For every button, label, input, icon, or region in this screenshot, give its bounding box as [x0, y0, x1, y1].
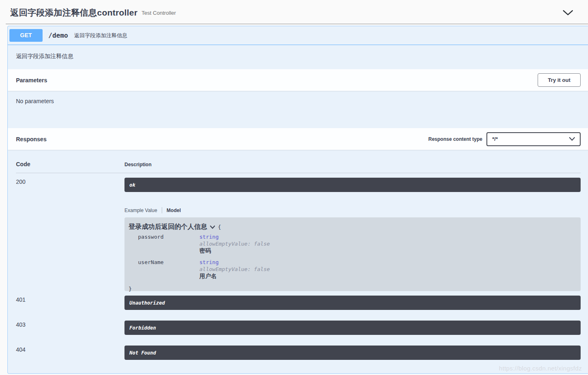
parameters-section-header: Parameters Try it out — [8, 69, 588, 91]
chevron-down-icon — [569, 137, 575, 141]
try-it-out-button[interactable]: Try it out — [538, 73, 581, 87]
property-description: 密码 — [199, 247, 270, 254]
tab-example-value[interactable]: Example Value — [124, 208, 157, 213]
response-row-404: 404 Not Found — [16, 346, 581, 360]
response-description-bar: Forbidden — [124, 321, 581, 335]
tab-model[interactable]: Model — [167, 208, 181, 213]
response-content-type: Response content type */* — [428, 132, 581, 146]
responses-section-header: Responses Response content type */* — [8, 128, 588, 150]
model-title: 登录成功后返回的个人信息 — [129, 223, 207, 231]
model-open-brace: { — [218, 224, 221, 230]
no-parameters-text: No parameters — [8, 91, 588, 128]
response-description: ok — [129, 182, 135, 188]
response-description-bar: ok — [124, 178, 581, 192]
opblock-get-demo: GET /demo 返回字段添加注释信息 返回字段添加注释信息 Paramete… — [7, 26, 588, 374]
tab-separator — [162, 207, 162, 213]
collapse-controller-chevron-icon[interactable] — [563, 10, 573, 16]
model-tabs: Example Value Model — [124, 207, 581, 213]
response-content-type-label: Response content type — [428, 136, 482, 142]
model-property-password: password string allowEmptyValue: false 密… — [138, 234, 577, 254]
model-collapse-chevron-icon[interactable] — [210, 226, 215, 229]
response-code: 403 — [16, 321, 124, 335]
response-description: Forbidden — [129, 325, 156, 331]
endpoint-description: 返回字段添加注释信息 — [8, 45, 588, 69]
responses-title: Responses — [16, 136, 47, 142]
responses-table-header: Code Description — [16, 161, 581, 173]
property-type: string — [199, 234, 270, 240]
response-code: 401 — [16, 296, 124, 310]
response-code: 404 — [16, 346, 124, 360]
property-name: password — [138, 234, 199, 254]
parameters-title: Parameters — [16, 77, 47, 84]
response-description: Unauthorized — [129, 300, 165, 306]
property-name: userName — [138, 259, 199, 279]
response-row-200: 200 ok Example Value Model 登录成功后返回的个人信息 — [16, 178, 581, 291]
opblock-summary[interactable]: GET /demo 返回字段添加注释信息 — [8, 26, 588, 45]
response-content-type-select[interactable]: */* — [486, 132, 581, 146]
property-type: string — [199, 259, 270, 266]
model-close-brace: } — [129, 286, 577, 292]
property-attribute: allowEmptyValue: false — [199, 241, 270, 247]
response-code: 200 — [16, 178, 124, 291]
property-description: 用户名 — [199, 273, 270, 279]
description-column-header: Description — [124, 162, 152, 167]
property-attribute: allowEmptyValue: false — [199, 266, 270, 272]
endpoint-summary: 返回字段添加注释信息 — [74, 32, 127, 39]
model-box: 登录成功后返回的个人信息 { password string allowEmpt… — [124, 217, 581, 291]
response-row-401: 401 Unauthorized — [16, 296, 581, 310]
response-description: Not Found — [129, 350, 156, 356]
response-description-bar: Unauthorized — [124, 296, 581, 310]
response-row-403: 403 Forbidden — [16, 321, 581, 335]
method-badge: GET — [9, 29, 43, 42]
response-content-type-value: */* — [492, 136, 498, 142]
code-column-header: Code — [16, 161, 124, 167]
response-description-bar: Not Found — [124, 346, 581, 360]
controller-header: 返回字段添加注释信息controller Test Controller — [0, 0, 588, 24]
responses-table: Code Description 200 ok Example Value Mo… — [8, 150, 588, 360]
header-divider — [6, 24, 588, 24]
controller-title: 返回字段添加注释信息controller — [10, 7, 138, 18]
model-property-username: userName string allowEmptyValue: false 用… — [138, 259, 577, 279]
endpoint-path: /demo — [48, 32, 68, 39]
controller-subtitle: Test Controller — [142, 10, 176, 16]
